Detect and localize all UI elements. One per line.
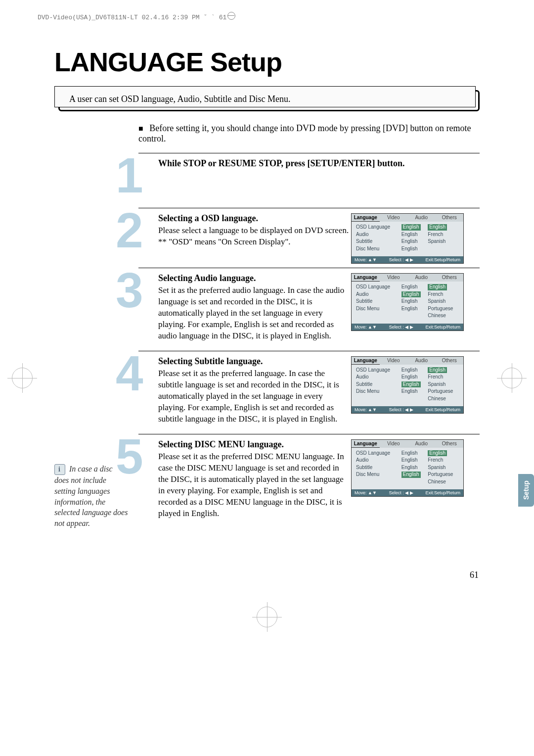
- info-icon: [54, 464, 65, 475]
- osd-panel: LanguageVideoAudioOthersOSD LanguageAudi…: [351, 213, 464, 264]
- osd-tab: Language: [352, 357, 380, 365]
- osd-panel: LanguageVideoAudioOthersOSD LanguageAudi…: [351, 439, 464, 497]
- osd-option: French: [426, 231, 460, 238]
- osd-tab: Language: [352, 214, 380, 222]
- osd-tab: Video: [380, 440, 408, 448]
- pre-note: ■ Before setting it, you should change i…: [138, 123, 480, 144]
- osd-value: English: [400, 284, 427, 291]
- intro-text: A user can set OSD language, Audio, Subt…: [63, 93, 290, 104]
- osd-row-label: Disc Menu: [355, 245, 400, 253]
- osd-row-label: Audio: [355, 457, 400, 464]
- osd-value: English: [400, 231, 427, 238]
- osd-option: Chinese: [426, 478, 460, 486]
- osd-tab: Audio: [407, 274, 436, 282]
- step-body: Please set it as the preferred DISC MENU…: [158, 451, 351, 520]
- section-tab: Setup: [518, 474, 534, 507]
- crop-target-icon: [257, 607, 277, 627]
- osd-value: English: [400, 388, 427, 395]
- osd-row-label: Subtitle: [355, 238, 400, 245]
- osd-option: Spanish: [426, 381, 460, 388]
- osd-row-label: Subtitle: [355, 464, 400, 472]
- osd-value: English: [400, 464, 427, 472]
- step-row: 4 Selecting Subtitle language. Please se…: [138, 351, 480, 434]
- osd-footer: Move: ▲▼Select : ◀ ▶Exit:Setup/Return: [352, 489, 463, 496]
- osd-option: Portuguese: [426, 305, 460, 313]
- osd-option: Spanish: [426, 238, 460, 245]
- step-row: 5 Selecting DISC MENU language. Please s…: [138, 434, 480, 528]
- osd-option: English: [426, 367, 460, 374]
- osd-option: Spanish: [426, 298, 460, 305]
- osd-panel: LanguageVideoAudioOthersOSD LanguageAudi…: [351, 356, 464, 414]
- osd-selected: English: [401, 472, 421, 478]
- osd-footer: Move: ▲▼Select : ◀ ▶Exit:Setup/Return: [352, 406, 463, 413]
- osd-tab: Others: [436, 214, 464, 222]
- step-heading: Selecting Subtitle language.: [158, 355, 351, 367]
- step-row: 3 Selecting Audio language. Set it as th…: [138, 268, 480, 351]
- osd-value: English: [400, 224, 427, 231]
- page-title: LANGUAGE Setup: [54, 47, 480, 77]
- osd-selected: English: [401, 291, 421, 298]
- osd-footer-exit: Exit:Setup/Return: [425, 325, 460, 330]
- osd-body: OSD LanguageAudioSubtitleDisc MenuEnglis…: [352, 282, 463, 324]
- step-body: Set it as the preferred audio language. …: [158, 285, 351, 342]
- osd-row-label: Audio: [355, 291, 400, 298]
- osd-tab: Others: [436, 440, 464, 448]
- osd-footer-move: Move: ▲▼: [355, 325, 377, 330]
- osd-tab: Video: [380, 357, 408, 365]
- osd-row-label: Disc Menu: [355, 471, 400, 478]
- osd-option: Chinese: [426, 312, 460, 320]
- osd-option: French: [426, 291, 460, 298]
- osd-tabs: LanguageVideoAudioOthers: [352, 214, 463, 222]
- step-heading: Selecting a OSD language.: [158, 212, 351, 224]
- osd-row-label: OSD Language: [355, 224, 400, 231]
- osd-row-label: OSD Language: [355, 367, 400, 374]
- osd-footer: Move: ▲▼Select : ◀ ▶Exit:Setup/Return: [352, 256, 463, 263]
- osd-value: English: [400, 367, 427, 374]
- osd-value: English: [400, 450, 427, 457]
- osd-selected: English: [428, 450, 447, 457]
- step-body: Please select a language to be displayed…: [158, 225, 351, 248]
- crop-mark-icon: [227, 12, 235, 20]
- osd-tab: Audio: [407, 357, 436, 365]
- crop-target-icon: [501, 368, 522, 388]
- osd-tab: Video: [380, 274, 408, 282]
- osd-footer-exit: Exit:Setup/Return: [425, 490, 460, 495]
- step-body: Please set it as the preferred language.…: [158, 368, 351, 425]
- crop-target-icon: [12, 368, 33, 388]
- step-heading: Selecting DISC MENU language.: [158, 438, 351, 450]
- osd-tabs: LanguageVideoAudioOthers: [352, 440, 463, 448]
- osd-footer-move: Move: ▲▼: [355, 257, 377, 262]
- osd-option: Chinese: [426, 395, 460, 403]
- osd-footer-select: Select : ◀ ▶: [389, 407, 413, 412]
- osd-selected: English: [401, 381, 421, 388]
- osd-body: OSD LanguageAudioSubtitleDisc MenuEnglis…: [352, 365, 463, 407]
- osd-row-label: Disc Menu: [355, 305, 400, 313]
- osd-row-label: OSD Language: [355, 284, 400, 291]
- osd-selected: English: [428, 367, 447, 374]
- osd-tabs: LanguageVideoAudioOthers: [352, 274, 463, 282]
- step-heading: While STOP or RESUME STOP, press [SETUP/…: [158, 157, 480, 169]
- osd-tab: Others: [436, 357, 464, 365]
- step-heading: Selecting Audio language.: [158, 272, 351, 284]
- osd-body: OSD LanguageAudioSubtitleDisc MenuEnglis…: [352, 222, 463, 256]
- osd-value: English: [400, 381, 427, 388]
- bullet-icon: ■: [138, 124, 143, 133]
- osd-option: French: [426, 457, 460, 464]
- osd-tab: Others: [436, 274, 464, 282]
- osd-value: English: [400, 238, 427, 245]
- osd-footer-exit: Exit:Setup/Return: [425, 257, 460, 262]
- osd-option: Spanish: [426, 464, 460, 472]
- osd-value: English: [400, 374, 427, 381]
- osd-row-label: Subtitle: [355, 298, 400, 305]
- osd-footer-move: Move: ▲▼: [355, 490, 377, 495]
- osd-selected: English: [428, 284, 447, 290]
- osd-option: English: [426, 284, 460, 291]
- osd-panel: LanguageVideoAudioOthersOSD LanguageAudi…: [351, 273, 464, 331]
- osd-value: English: [400, 298, 427, 305]
- osd-tab: Language: [352, 274, 380, 282]
- osd-footer-select: Select : ◀ ▶: [389, 257, 413, 262]
- osd-value: English: [400, 305, 427, 313]
- osd-tab: Video: [380, 214, 408, 222]
- osd-option: [426, 245, 460, 246]
- osd-footer-exit: Exit:Setup/Return: [425, 407, 460, 412]
